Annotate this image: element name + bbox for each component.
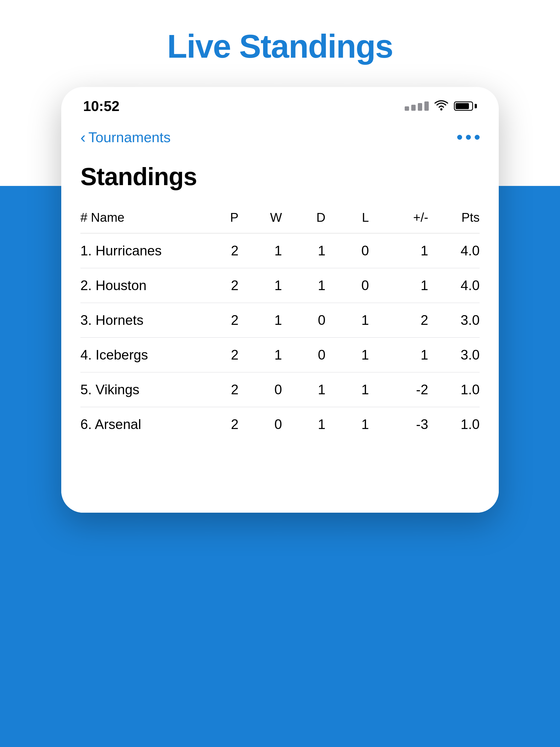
signal-icon bbox=[405, 101, 429, 111]
team-won: 1 bbox=[238, 233, 282, 268]
team-drawn: 0 bbox=[282, 303, 325, 338]
status-icons bbox=[405, 99, 477, 113]
team-lost: 0 bbox=[325, 233, 369, 268]
col-header-l: L bbox=[325, 205, 369, 233]
team-points: 4.0 bbox=[428, 268, 480, 303]
standings-heading: Standings bbox=[80, 163, 480, 191]
table-row: 5. Vikings2011-21.0 bbox=[80, 372, 480, 407]
team-plusminus: -3 bbox=[369, 407, 428, 442]
content-area: Standings # Name P W D L +/- Pts 1. Hurr… bbox=[61, 152, 499, 458]
table-row: 1. Hurricanes211014.0 bbox=[80, 233, 480, 268]
team-lost: 0 bbox=[325, 268, 369, 303]
back-chevron-icon: ‹ bbox=[80, 128, 85, 146]
team-points: 3.0 bbox=[428, 338, 480, 372]
bottom-space bbox=[61, 458, 499, 513]
team-lost: 1 bbox=[325, 407, 369, 442]
team-name: 5. Vikings bbox=[80, 372, 191, 407]
table-header-row: # Name P W D L +/- Pts bbox=[80, 205, 480, 233]
team-played: 2 bbox=[191, 233, 238, 268]
team-won: 0 bbox=[238, 372, 282, 407]
team-lost: 1 bbox=[325, 338, 369, 372]
table-row: 2. Houston211014.0 bbox=[80, 268, 480, 303]
col-header-pts: Pts bbox=[428, 205, 480, 233]
team-lost: 1 bbox=[325, 372, 369, 407]
phone-card: 10:52 bbox=[61, 87, 499, 513]
page-title: Live Standings bbox=[167, 27, 393, 65]
team-drawn: 1 bbox=[282, 407, 325, 442]
team-played: 2 bbox=[191, 338, 238, 372]
back-label: Tournaments bbox=[88, 129, 171, 146]
team-won: 0 bbox=[238, 407, 282, 442]
back-button[interactable]: ‹ Tournaments bbox=[80, 128, 171, 146]
standings-table: # Name P W D L +/- Pts 1. Hurricanes2110… bbox=[80, 205, 480, 442]
team-plusminus: 1 bbox=[369, 233, 428, 268]
team-played: 2 bbox=[191, 303, 238, 338]
svg-point-0 bbox=[440, 108, 442, 110]
status-time: 10:52 bbox=[83, 98, 120, 114]
more-options-button[interactable] bbox=[457, 135, 480, 140]
team-points: 3.0 bbox=[428, 303, 480, 338]
team-played: 2 bbox=[191, 372, 238, 407]
team-plusminus: 1 bbox=[369, 338, 428, 372]
table-row: 6. Arsenal2011-31.0 bbox=[80, 407, 480, 442]
team-points: 4.0 bbox=[428, 233, 480, 268]
status-bar: 10:52 bbox=[61, 87, 499, 120]
col-header-p: P bbox=[191, 205, 238, 233]
nav-bar: ‹ Tournaments bbox=[61, 120, 499, 152]
team-drawn: 1 bbox=[282, 372, 325, 407]
team-name: 1. Hurricanes bbox=[80, 233, 191, 268]
wifi-icon bbox=[434, 99, 449, 113]
team-points: 1.0 bbox=[428, 407, 480, 442]
team-name: 6. Arsenal bbox=[80, 407, 191, 442]
team-drawn: 0 bbox=[282, 338, 325, 372]
team-lost: 1 bbox=[325, 303, 369, 338]
team-points: 1.0 bbox=[428, 372, 480, 407]
table-row: 3. Hornets210123.0 bbox=[80, 303, 480, 338]
team-played: 2 bbox=[191, 407, 238, 442]
team-drawn: 1 bbox=[282, 233, 325, 268]
col-header-w: W bbox=[238, 205, 282, 233]
col-header-d: D bbox=[282, 205, 325, 233]
team-name: 4. Icebergs bbox=[80, 338, 191, 372]
col-header-plusminus: +/- bbox=[369, 205, 428, 233]
battery-icon bbox=[454, 101, 477, 111]
team-won: 1 bbox=[238, 268, 282, 303]
team-name: 2. Houston bbox=[80, 268, 191, 303]
table-row: 4. Icebergs210113.0 bbox=[80, 338, 480, 372]
team-plusminus: 2 bbox=[369, 303, 428, 338]
team-played: 2 bbox=[191, 268, 238, 303]
col-header-name: # Name bbox=[80, 205, 191, 233]
team-won: 1 bbox=[238, 338, 282, 372]
team-name: 3. Hornets bbox=[80, 303, 191, 338]
team-plusminus: 1 bbox=[369, 268, 428, 303]
team-drawn: 1 bbox=[282, 268, 325, 303]
team-plusminus: -2 bbox=[369, 372, 428, 407]
team-won: 1 bbox=[238, 303, 282, 338]
